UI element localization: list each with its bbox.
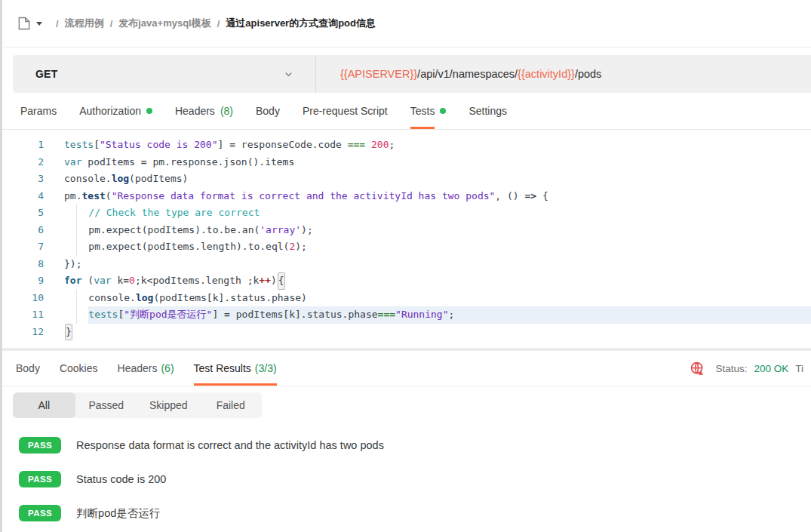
tab-label: Authorization (79, 93, 141, 129)
response-tab-headers[interactable]: Headers(6) (118, 351, 174, 386)
tab-count-badge: (3/3) (255, 362, 277, 374)
tab-count-badge: (6) (161, 362, 174, 374)
breadcrumb-separator: / (217, 18, 220, 29)
response-meta: Status: 200 OK Ti (690, 361, 803, 377)
code-token (77, 290, 89, 307)
tab-pre-request-script[interactable]: Pre-request Script (303, 93, 388, 129)
code-token: var (64, 154, 81, 171)
code-content: }); (64, 256, 811, 273)
code-token (64, 238, 76, 256)
tab-label: Headers (118, 351, 158, 386)
code-token: ( (81, 272, 94, 290)
code-token: ++ (259, 272, 271, 290)
code-token: = (229, 137, 235, 154)
code-token: === (348, 137, 365, 154)
tab-params[interactable]: Params (20, 93, 57, 129)
code-token: "Response data format is correct and the… (112, 188, 496, 205)
code-token: === (378, 306, 395, 324)
code-token: (podItems[k].status.phase) (153, 290, 307, 307)
code-token: for (64, 272, 81, 290)
tab-settings[interactable]: Settings (468, 93, 507, 129)
tab-label: Body (256, 93, 280, 129)
response-tabs: BodyCookiesHeaders(6)Test Results(3/3) (16, 351, 277, 386)
breadcrumb-item-item[interactable]: 流程用例 (65, 17, 104, 30)
tab-body[interactable]: Body (256, 93, 280, 129)
filter-skipped[interactable]: Skipped (137, 392, 200, 418)
code-token: => (525, 188, 537, 205)
code-line[interactable]: 10 console.log(podItems[k].status.phase) (2, 290, 811, 307)
tests-code-editor[interactable]: 1tests["Status code is 200"] = responseC… (2, 130, 811, 348)
code-token: pm.expect(podItems.length).to.eql( (88, 238, 289, 256)
line-number: 9 (2, 272, 44, 290)
code-content: tests["Status code is 200"] = responseCo… (64, 137, 811, 154)
line-number: 4 (2, 188, 44, 205)
code-line[interactable]: 7 pm.expect(podItems.length).to.eql(2); (2, 238, 811, 256)
method-select[interactable]: GET (13, 68, 315, 80)
code-line[interactable]: 6 pm.expect(podItems).to.be.an('array'); (2, 222, 811, 239)
code-token: pm.response.json().items (147, 154, 295, 171)
line-number: 8 (2, 256, 44, 273)
code-line[interactable]: 5 // Check the type are correct (2, 204, 811, 222)
response-tab-cookies[interactable]: Cookies (60, 351, 98, 386)
chevron-down-icon[interactable] (36, 22, 42, 26)
test-result-text: Response data format is correct and the … (76, 439, 384, 451)
url-variable: {{APISERVER}} (340, 68, 417, 80)
code-token: ); (301, 222, 313, 239)
tab-headers[interactable]: Headers(8) (175, 93, 233, 129)
url-path: /pods (575, 68, 601, 80)
line-number: 6 (2, 222, 44, 239)
code-token: k (112, 272, 124, 290)
code-line[interactable]: 2var podItems = pm.response.json().items (2, 154, 811, 171)
time-label: Ti (795, 363, 803, 374)
code-line[interactable]: 1tests["Status code is 200"] = responseC… (2, 137, 811, 154)
code-line[interactable]: 3console.log(podItems) (2, 171, 811, 188)
code-line[interactable]: 9for (var k=0;k<podItems.length ;k++){ (2, 272, 811, 290)
pass-badge: PASS (19, 505, 61, 521)
tab-tests[interactable]: Tests (410, 93, 447, 129)
code-line[interactable]: 12} (2, 324, 811, 341)
code-token: 0 (129, 272, 135, 290)
line-number: 3 (2, 171, 44, 188)
tab-label: Test Results (194, 351, 251, 386)
response-tab-body[interactable]: Body (16, 351, 40, 386)
network-error-icon[interactable] (690, 361, 705, 377)
code-token: ; (449, 306, 455, 324)
tab-label: Pre-request Script (303, 93, 388, 129)
green-dot-icon (146, 108, 152, 114)
code-token: console. (88, 290, 136, 307)
code-token: } (65, 324, 72, 341)
method-label: GET (35, 68, 57, 80)
url-variable: {{activityId}} (518, 68, 575, 80)
code-line[interactable]: 8}); (2, 256, 811, 273)
code-content: // Check the type are correct (64, 204, 811, 222)
response-tab-test-results[interactable]: Test Results(3/3) (194, 351, 277, 386)
test-result-row: PASSResponse data format is correct and … (2, 436, 811, 454)
tab-label: Headers (175, 93, 215, 129)
filter-failed[interactable]: Failed (200, 392, 263, 418)
line-number: 7 (2, 238, 44, 256)
code-content: var podItems = pm.response.json().items (64, 154, 811, 171)
filter-all[interactable]: All (13, 392, 75, 418)
url-input[interactable]: {{APISERVER}}/api/v1/namespaces/{{activi… (316, 68, 811, 80)
line-number: 11 (2, 306, 44, 324)
filter-passed[interactable]: Passed (75, 392, 138, 418)
code-content: pm.expect(podItems.length).to.eql(2); (64, 238, 811, 256)
code-token: podItems[k].status.phase (230, 306, 378, 324)
code-token (64, 290, 76, 307)
code-token (77, 306, 89, 324)
code-token: "Running" (395, 306, 448, 324)
file-icon[interactable] (17, 16, 32, 31)
code-line[interactable]: 11 tests["判断pod是否运行"] = podItems[k].stat… (2, 306, 811, 324)
code-line[interactable]: 4pm.test("Response data format is correc… (2, 188, 811, 205)
code-token: = (123, 272, 129, 290)
tab-label: Body (16, 351, 40, 386)
code-token: ;k<podItems.length ;k (135, 272, 259, 290)
code-token (64, 204, 76, 222)
code-content: pm.test("Response data format is correct… (64, 188, 811, 205)
breadcrumb-item-apiserver-pod[interactable]: 通过apiserver的方式查询pod信息 (226, 17, 376, 30)
code-token (64, 222, 76, 239)
tab-authorization[interactable]: Authorization (79, 93, 152, 129)
line-number: 12 (2, 324, 44, 341)
breadcrumb-item-java-mysql[interactable]: 发布java+mysql模板 (118, 17, 210, 30)
url-path: /api/v1/namespaces/ (417, 68, 518, 80)
